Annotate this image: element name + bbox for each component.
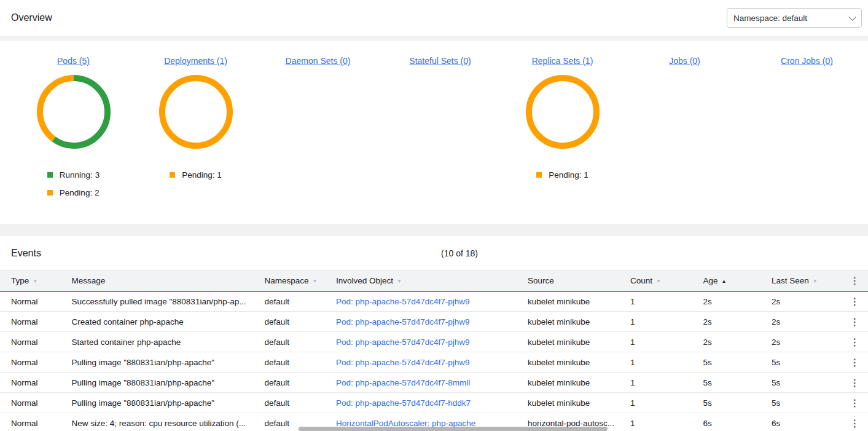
column-header-age[interactable]: Age▲: [703, 271, 772, 291]
involved-object-link[interactable]: Pod: php-apache-57d47dc4f7-pjhw9: [336, 317, 470, 326]
sort-icon: ▼: [813, 279, 818, 284]
workload-column: Pods (5)Running: 3Pending: 2: [12, 55, 135, 202]
table-menu-icon[interactable]: ⋮: [850, 275, 859, 286]
event-count: 1: [630, 393, 703, 413]
workload-column: Replica Sets (1)Pending: 1: [501, 55, 624, 202]
event-source: kubelet minikube: [528, 373, 630, 393]
involved-object-link[interactable]: Pod: php-apache-57d47dc4f7-hddk7: [336, 398, 471, 408]
event-type: Normal: [0, 393, 71, 413]
event-type: Normal: [0, 373, 71, 393]
legend-swatch-icon: [170, 172, 175, 178]
event-last-seen: 5s: [772, 373, 846, 393]
event-source: kubelet minikube: [528, 332, 630, 352]
legend-label: Pending: 2: [60, 188, 100, 197]
workload-column: Jobs (0): [624, 55, 746, 202]
workload-donut-chart: [159, 75, 233, 149]
column-label: Source: [528, 276, 554, 285]
column-header-type[interactable]: Type▼: [0, 271, 71, 291]
events-table-header-row: Type▼MessageNamespace▼Involved Object▼So…: [0, 271, 868, 291]
event-last-seen: 2s: [772, 291, 846, 312]
event-type: Normal: [0, 332, 71, 352]
legend-swatch-icon: [47, 190, 53, 196]
workload-donut-chart: [526, 75, 600, 149]
event-row: NormalPulling image "880831ian/php-apach…: [0, 352, 868, 373]
workload-status-card: Pods (5)Running: 3Pending: 2Deployments …: [0, 41, 868, 224]
sort-asc-icon: ▲: [722, 279, 727, 284]
involved-object-link[interactable]: Pod: php-apache-57d47dc4f7-8mmll: [336, 378, 470, 387]
sort-icon: ▼: [397, 279, 402, 284]
event-count: 1: [630, 332, 703, 352]
row-menu-icon[interactable]: ⋮: [850, 337, 859, 347]
event-namespace: default: [264, 332, 335, 352]
chart-legend: Pending: 1: [170, 166, 222, 184]
column-label: Last Seen: [772, 276, 809, 285]
event-message: Created container php-apache: [71, 312, 264, 332]
row-menu-icon[interactable]: ⋮: [850, 317, 859, 327]
event-row: NormalCreated container php-apachedefaul…: [0, 312, 868, 332]
row-menu-icon[interactable]: ⋮: [850, 418, 859, 429]
workload-column: Daemon Sets (0): [257, 55, 379, 202]
workload-column: Stateful Sets (0): [379, 55, 501, 202]
event-type: Normal: [0, 312, 71, 332]
column-header-involved-object[interactable]: Involved Object▼: [336, 271, 528, 291]
chevron-down-icon: [848, 13, 856, 21]
chart-legend: Running: 3Pending: 2: [47, 166, 100, 202]
workload-link[interactable]: Replica Sets (1): [532, 56, 593, 66]
workload-link[interactable]: Stateful Sets (0): [409, 56, 471, 66]
event-last-seen: 2s: [772, 332, 846, 352]
row-menu-icon[interactable]: ⋮: [850, 378, 859, 388]
event-type: Normal: [0, 352, 71, 373]
event-source: kubelet minikube: [528, 291, 630, 312]
event-count: 1: [630, 373, 703, 393]
page-title: Overview: [11, 12, 52, 23]
legend-item: Pending: 1: [170, 166, 222, 184]
workload-link[interactable]: Jobs (0): [669, 56, 700, 66]
workload-link[interactable]: Pods (5): [57, 56, 90, 66]
column-label: Count: [630, 276, 652, 285]
event-type: Normal: [0, 291, 71, 312]
workload-column: Cron Jobs (0): [746, 55, 868, 202]
row-menu-icon[interactable]: ⋮: [850, 296, 859, 307]
legend-item: Pending: 1: [536, 166, 588, 184]
event-row: NormalSuccessfully pulled image "880831i…: [0, 291, 868, 312]
legend-swatch-icon: [536, 172, 542, 178]
events-title: Events: [11, 248, 41, 259]
column-header-namespace[interactable]: Namespace▼: [264, 271, 335, 291]
event-count: 1: [630, 291, 703, 312]
involved-object-link[interactable]: Pod: php-apache-57d47dc4f7-pjhw9: [336, 297, 470, 306]
event-age: 5s: [703, 352, 772, 373]
event-message: Started container php-apache: [71, 332, 264, 352]
sort-icon: ▼: [656, 279, 661, 284]
event-source: kubelet minikube: [528, 352, 630, 373]
workload-link[interactable]: Daemon Sets (0): [286, 56, 351, 66]
event-age: 2s: [703, 291, 772, 312]
sort-icon: ▼: [313, 279, 318, 284]
legend-label: Pending: 1: [182, 170, 222, 180]
column-label: Namespace: [264, 276, 308, 285]
row-menu-icon[interactable]: ⋮: [850, 357, 859, 368]
event-age: 5s: [703, 393, 772, 413]
column-header-count[interactable]: Count▼: [630, 271, 703, 291]
workload-link[interactable]: Deployments (1): [164, 56, 227, 66]
horizontal-scrollbar-thumb[interactable]: [299, 427, 608, 431]
namespace-selector-value: Namespace: default: [733, 14, 807, 23]
involved-object-link[interactable]: Pod: php-apache-57d47dc4f7-pjhw9: [336, 358, 470, 367]
row-menu-icon[interactable]: ⋮: [850, 398, 859, 408]
column-header-source: Source: [528, 271, 630, 291]
workload-link[interactable]: Cron Jobs (0): [781, 56, 833, 66]
event-age: 2s: [703, 312, 772, 332]
topbar: Overview Namespace: default: [0, 0, 868, 36]
events-card: Events (10 of 18) Type▼MessageNamespace▼…: [0, 236, 868, 431]
events-count: (10 of 18): [441, 248, 478, 258]
event-count: 1: [630, 312, 703, 332]
event-age: 6s: [703, 413, 772, 431]
namespace-selector[interactable]: Namespace: default: [727, 8, 862, 28]
event-row: NormalPulling image "880831ian/php-apach…: [0, 393, 868, 413]
involved-object-link[interactable]: Pod: php-apache-57d47dc4f7-pjhw9: [336, 338, 470, 347]
workload-donut-chart: [37, 75, 111, 149]
workload-column: Deployments (1)Pending: 1: [135, 55, 257, 202]
event-last-seen: 5s: [772, 393, 846, 413]
column-header-last-seen[interactable]: Last Seen▼: [772, 271, 846, 291]
column-header-message: Message: [71, 271, 264, 291]
column-label: Age: [703, 276, 718, 285]
